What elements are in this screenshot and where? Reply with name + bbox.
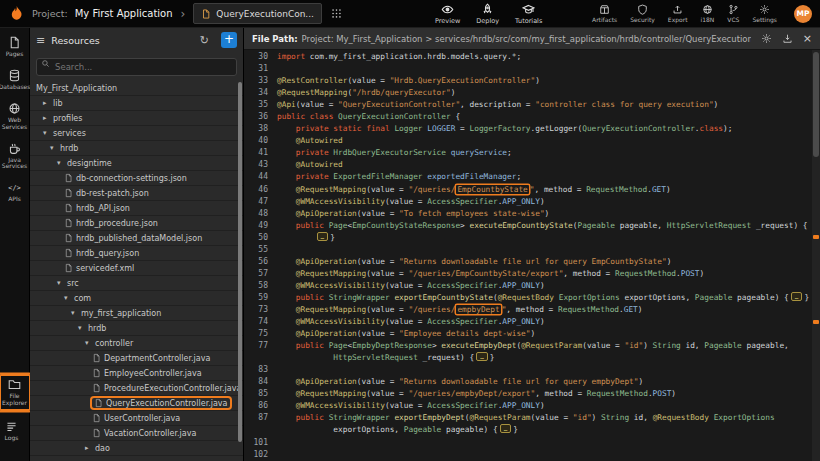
tree-item-hrdb_API.json[interactable]: hrdb_API.json	[30, 201, 243, 216]
rail-item-file-explorer[interactable]: FileExplorer	[0, 374, 31, 411]
tutorials-button[interactable]: Tutorials	[515, 3, 542, 25]
tree-item-src[interactable]: ▾src	[30, 276, 243, 291]
tree-item-servicedef.xml[interactable]: servicedef.xml	[30, 261, 243, 276]
tree-item-com[interactable]: ▾com	[30, 291, 243, 306]
code-line[interactable]: 102	[244, 449, 812, 461]
folded-code-icon[interactable]: …	[500, 424, 512, 433]
export-button[interactable]: Export	[668, 4, 688, 23]
folded-code-icon[interactable]: …	[317, 232, 329, 241]
grid-menu-icon[interactable]	[331, 8, 342, 19]
code-line[interactable]: 83	[244, 364, 812, 376]
folder-open-arrow-icon[interactable]: ▾	[64, 294, 71, 302]
security-button[interactable]: Security	[630, 4, 655, 23]
code-line[interactable]: 40 @Autowired	[244, 135, 812, 147]
code-line[interactable]: 30import com.my_first_application.hrdb.m…	[244, 51, 812, 63]
code-line[interactable]: 49 public Page<EmpCountbyStateResponse> …	[244, 220, 812, 232]
code-line[interactable]: 85 @RequestMapping(value = "/queries/emp…	[244, 388, 812, 400]
code-line[interactable]: 31	[244, 63, 812, 75]
code-line[interactable]: 75 @ApiOperation(value = "Employee detai…	[244, 328, 812, 340]
code-line[interactable]: 33@RestController(value = "Hrdb.QueryExe…	[244, 75, 812, 87]
rail-item-databases[interactable]: Databases	[1, 69, 29, 91]
tree-item-controller[interactable]: ▾controller	[30, 336, 243, 351]
folder-open-arrow-icon[interactable]: ▾	[57, 279, 64, 287]
resources-scrollbar[interactable]	[238, 82, 242, 457]
rail-item-java-services[interactable]: JavaServices	[1, 142, 29, 171]
code-line[interactable]: 87 public StringWrapper exportEmpbyDept(…	[244, 412, 812, 424]
code-line[interactable]: 38 private static final Logger LOGGER = …	[244, 123, 812, 135]
i18n-button[interactable]: i18N	[700, 4, 714, 23]
code-line[interactable]: 77 public Page<EmpbyDeptResponse> execut…	[244, 340, 812, 352]
folded-code-icon[interactable]: …	[476, 352, 488, 361]
folder-open-arrow-icon[interactable]: ▾	[71, 309, 78, 317]
folder-open-arrow-icon[interactable]: ▾	[57, 159, 64, 167]
tree-item-ProcedureExecutionController.java[interactable]: ProcedureExecutionController.java	[30, 381, 243, 396]
artifacts-button[interactable]: Artifacts	[592, 4, 617, 23]
resources-menu-icon[interactable]: ≡	[36, 34, 45, 47]
editor-scrollbar-thumb[interactable]	[813, 52, 819, 157]
folder-closed-arrow-icon[interactable]: ▸	[85, 444, 92, 452]
rail-item-pages[interactable]: Pages	[1, 36, 29, 58]
code-line[interactable]: 56 @ApiOperation(value = "Returns downlo…	[244, 256, 812, 268]
code-line[interactable]: 35@Api(value = "QueryExecutionController…	[244, 99, 812, 111]
tree-item-my_first_application[interactable]: ▾my_first_application	[30, 306, 243, 321]
tree-item-DepartmentController.java[interactable]: DepartmentController.java	[30, 351, 243, 366]
tree-item-db-rest-patch.json[interactable]: db-rest-patch.json	[30, 186, 243, 201]
tree-item-VacationController.java[interactable]: VacationController.java	[30, 426, 243, 441]
tree-item-hrdb_procedure.json[interactable]: hrdb_procedure.json	[30, 216, 243, 231]
search-input[interactable]	[36, 58, 237, 76]
code-line[interactable]: 44 private ExportedFileManager exportedF…	[244, 171, 812, 183]
open-file-tab[interactable]: QueryExecutionCon...	[193, 3, 322, 24]
add-resource-button[interactable]: +	[221, 32, 237, 48]
rail-item-web-services[interactable]: WebServices	[1, 102, 29, 131]
download-file-icon[interactable]	[782, 33, 793, 44]
tree-item-hrdb[interactable]: ▾hrdb	[30, 141, 243, 156]
tree-item-hrdb_published_dataModel.json[interactable]: hrdb_published_dataModel.json	[30, 231, 243, 246]
tree-item-hrdb[interactable]: ▾hrdb	[30, 321, 243, 336]
tree-item-designtime[interactable]: ▾designtime	[30, 156, 243, 171]
deploy-button[interactable]: Deploy	[476, 3, 499, 25]
tree-item-EmployeeController.java[interactable]: EmployeeController.java	[30, 366, 243, 381]
code-line[interactable]: 46 @RequestMapping(value = "/queries/Emp…	[244, 184, 812, 196]
code-line[interactable]: 86 @WMAccessVisibility(value = AccessSpe…	[244, 400, 812, 412]
refresh-icon[interactable]: ↻	[200, 35, 209, 46]
code-line[interactable]: 74 @WMAccessVisibility(value = AccessSpe…	[244, 316, 812, 328]
folder-open-arrow-icon[interactable]: ▾	[78, 324, 85, 332]
editor-scrollbar[interactable]	[812, 50, 820, 461]
editor-settings-gear-icon[interactable]	[761, 33, 772, 44]
rail-item-apis[interactable]: </>APIs	[1, 181, 29, 203]
project-name[interactable]: My First Application	[75, 8, 173, 19]
code-line[interactable]: 41 private HrdbQueryExecutorService quer…	[244, 147, 812, 159]
code-line[interactable]: 101	[244, 437, 812, 449]
tree-item-QueryExecutionController.java[interactable]: QueryExecutionController.java	[30, 396, 243, 411]
settings-button[interactable]: Settings	[752, 4, 777, 23]
folder-open-arrow-icon[interactable]: ▾	[85, 339, 92, 347]
preview-button[interactable]: Preview	[435, 3, 460, 25]
tree-item-dao[interactable]: ▸dao	[30, 441, 243, 456]
user-avatar[interactable]: MP	[794, 5, 812, 23]
tree-item-services[interactable]: ▾services	[30, 126, 243, 141]
code-line[interactable]: 73 @RequestMapping(value = "/queries/emp…	[244, 304, 812, 316]
tree-item-db-connection-settings.json[interactable]: db-connection-settings.json	[30, 171, 243, 186]
code-line[interactable]: exportOptions, Pageable pageable) {…}	[244, 424, 812, 436]
code-line[interactable]: 57 @RequestMapping(value = "/queries/Emp…	[244, 268, 812, 280]
resources-scrollbar-thumb[interactable]	[238, 82, 242, 442]
code-area[interactable]: 30import com.my_first_application.hrdb.m…	[244, 50, 812, 461]
code-line[interactable]: 59 public StringWrapper exportEmpCountby…	[244, 292, 812, 304]
folded-code-icon[interactable]: …	[791, 292, 803, 301]
tree-item-lib[interactable]: ▸lib	[30, 96, 243, 111]
code-line[interactable]: 58 @WMAccessVisibility(value = AccessSpe…	[244, 280, 812, 292]
folder-closed-arrow-icon[interactable]: ▸	[43, 99, 50, 107]
tree-item-profiles[interactable]: ▸profiles	[30, 111, 243, 126]
code-line[interactable]: 47 @WMAccessVisibility(value = AccessSpe…	[244, 196, 812, 208]
vcs-button[interactable]: VCS	[727, 4, 739, 23]
code-line[interactable]: 50 …}	[244, 232, 812, 244]
code-line[interactable]: HttpServletRequest _request) {…}	[244, 352, 812, 364]
code-line[interactable]: 34@RequestMapping("/hrdb/queryExecutor")	[244, 87, 812, 99]
code-line[interactable]: 55	[244, 244, 812, 256]
code-line[interactable]: 84 @ApiOperation(value = "Returns downlo…	[244, 376, 812, 388]
folder-open-arrow-icon[interactable]: ▾	[50, 144, 57, 152]
folder-closed-arrow-icon[interactable]: ▸	[43, 114, 50, 122]
code-line[interactable]: 48 @ApiOperation(value = "To fetch emplo…	[244, 208, 812, 220]
tree-item-My_First_Application[interactable]: My_First_Application	[30, 81, 243, 96]
folder-open-arrow-icon[interactable]: ▾	[43, 129, 50, 137]
